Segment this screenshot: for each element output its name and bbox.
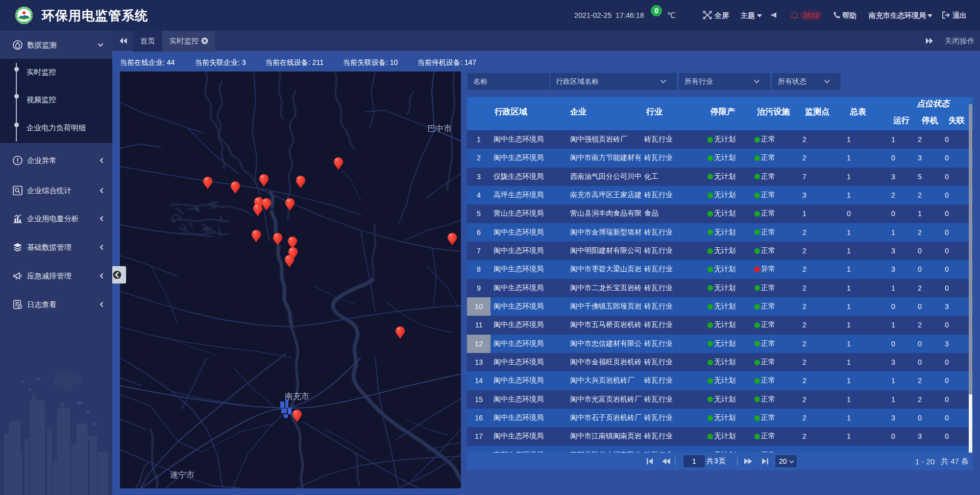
svg-text:遂宁市: 遂宁市 xyxy=(170,470,194,479)
svg-text:南充市: 南充市 xyxy=(285,392,309,400)
svg-text:巴中市: 巴中市 xyxy=(427,124,452,133)
